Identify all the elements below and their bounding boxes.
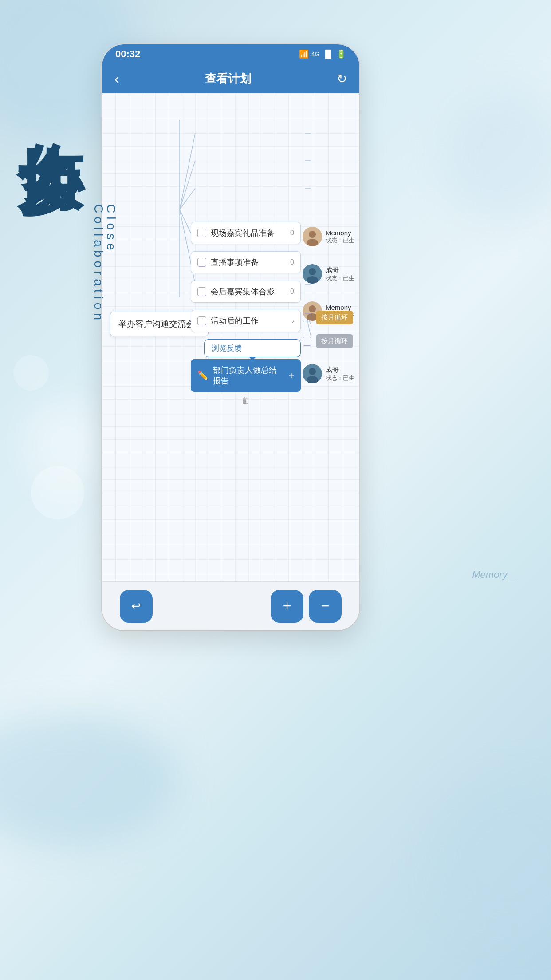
active-user-info: 成哥 状态：已生 [326,366,354,382]
remove-button[interactable]: − [309,590,342,623]
deco-circle-2 [13,355,49,391]
cycle-checkbox-2[interactable] [303,337,311,346]
user-card-1: Memony 状态：已生 [303,225,354,248]
user-status-1: 状态：已生 [326,237,354,245]
refresh-button[interactable]: ↻ [337,71,347,86]
user-card-2: 成哥 状态：已生 [303,262,354,285]
active-user-status: 状态：已生 [326,374,354,382]
bg-decoration-3 [0,714,177,847]
tooltip-label: 浏览反馈 [212,344,242,352]
remove-icon: − [321,598,330,614]
cycle-checkbox-1[interactable] [303,313,311,322]
nav-bar: ‹ 查看计划 ↻ [102,64,359,93]
delete-icon[interactable]: 🗑 [241,395,250,406]
user-name-2: 成哥 [326,266,354,274]
task-checkbox-2[interactable] [197,258,206,267]
center-node-label: 举办客户沟通交流会 [118,318,194,330]
content-area: 举办客户沟通交流会 › 现场嘉宾礼品准备 0 直播事项准备 0 [102,93,359,581]
svg-point-22 [309,368,316,375]
user-avatar-1 [303,227,322,246]
status-icons: 📶 4G ▐▌ 🔋 [299,49,346,59]
task-label-2: 直播事项准备 [211,257,286,268]
user-name-1: Memony [326,229,354,237]
page-title: 查看计划 [205,71,251,87]
undo-button[interactable]: ↩ [120,590,153,623]
task-expand-4[interactable]: › [292,317,294,325]
task-count-1: 0 [290,229,294,237]
active-avatar-img [303,364,322,383]
memory-label: Memory _ [472,569,516,581]
edit-icon[interactable]: ✏️ [197,370,209,381]
task-add-child[interactable]: + [288,370,294,381]
cycle-btn-1[interactable]: 按月循环 [316,311,353,324]
user-info-1: Memony 状态：已生 [326,229,354,245]
bottom-toolbar: ↩ + − [102,581,359,630]
task-label-1: 现场嘉宾礼品准备 [211,228,286,238]
avatar-img-1 [303,227,322,246]
back-button[interactable]: ‹ [114,71,119,87]
task-item-4[interactable]: 活动后的工作 › [191,310,301,332]
battery-icon: 🔋 [336,49,346,59]
phone-frame: 00:32 📶 4G ▐▌ 🔋 ‹ 查看计划 ↻ [102,44,359,630]
user-cards-column: Memony 状态：已生 [303,225,354,323]
tasks-column: 现场嘉宾礼品准备 0 直播事项准备 0 会后嘉宾集体合影 0 [191,222,301,409]
user-info-2: 成哥 状态：已生 [326,266,354,282]
svg-point-16 [309,268,316,275]
cycle-item-1: 按月循环 [303,311,353,324]
phone-mockup: 00:32 📶 4G ▐▌ 🔋 ‹ 查看计划 ↻ [102,44,359,630]
tooltip-bubble: 浏览反馈 [204,339,301,357]
task-checkbox-4[interactable] [197,316,206,325]
signal-strength: 4G [311,51,320,58]
bg-decoration-5 [22,399,111,488]
active-user-avatar [303,364,322,383]
task-label-5: 部门负责人做总结报告 [213,365,284,386]
delete-row: 🗑 [191,395,301,406]
task-label-4: 活动后的工作 [211,316,287,326]
cycle-column: 按月循环 按月循环 [303,311,353,348]
task-label-3: 会后嘉宾集体合影 [211,286,286,297]
active-user-name: 成哥 [326,366,354,374]
cycle-item-2: 按月循环 [303,334,353,348]
undo-icon: ↩ [131,599,141,613]
toolbar-right-group: + − [271,590,342,623]
signal-bars: ▐▌ [322,50,334,59]
active-task-user: 成哥 状态：已生 [303,364,354,383]
user-status-2: 状态：已生 [326,274,354,282]
task-item-3[interactable]: 会后嘉宾集体合影 0 [191,281,301,303]
status-bar: 00:32 📶 4G ▐▌ 🔋 [102,44,359,64]
cycle-btn-2[interactable]: 按月循环 [316,334,353,348]
add-icon: + [283,598,291,614]
status-time: 00:32 [115,48,140,60]
add-button[interactable]: + [271,590,303,623]
task-item-1[interactable]: 现场嘉宾礼品准备 0 [191,222,301,244]
svg-point-13 [309,231,316,238]
task-item-5[interactable]: ✏️ 部门负责人做总结报告 + [191,359,301,392]
user-avatar-2 [303,264,322,284]
task-count-3: 0 [290,288,294,296]
wifi-icon: 📶 [299,49,309,59]
bg-decoration-4 [431,780,551,936]
task-item-2[interactable]: 直播事项准备 0 [191,251,301,273]
user-name-3: Memony [326,304,354,311]
hero-english-text: Close Collaboration [92,204,117,324]
avatar-img-2 [303,264,322,284]
task-count-2: 0 [290,258,294,266]
task-checkbox-1[interactable] [197,229,206,237]
bg-decoration-2 [440,89,551,222]
task-checkbox-3[interactable] [197,287,206,296]
